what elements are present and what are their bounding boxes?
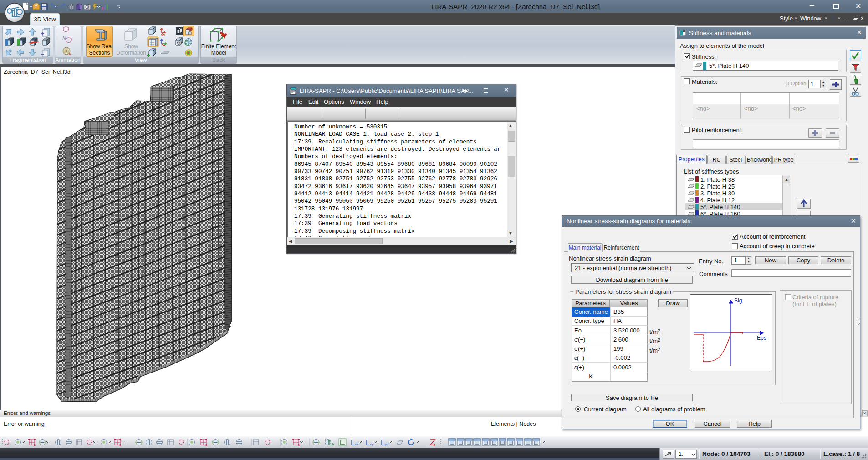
svg-text:Sig: Sig — [734, 297, 742, 304]
svg-text:N: N — [62, 36, 66, 41]
svg-text:yz: yz — [385, 442, 388, 446]
svg-text:xz: xz — [355, 442, 358, 446]
svg-text:Eps: Eps — [757, 335, 766, 341]
svg-text:xy: xy — [370, 442, 373, 446]
